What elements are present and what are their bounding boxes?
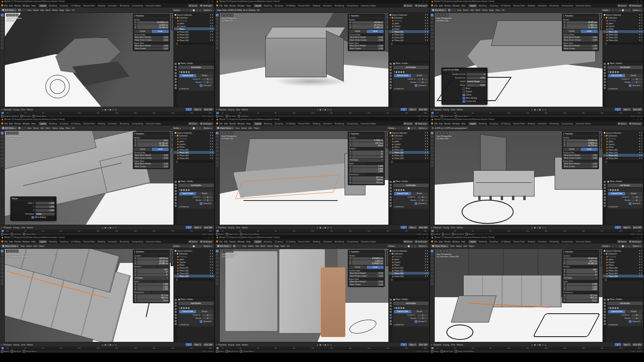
next-keyframe-button[interactable]: ▷ [328, 226, 329, 229]
workspace-tab[interactable]: Sculpting [489, 240, 500, 243]
render-properties-tab-icon[interactable] [390, 66, 392, 68]
tool-properties-tab-icon[interactable] [390, 181, 392, 183]
outliner-item[interactable]: glass [603, 258, 644, 261]
output-properties-tab-icon[interactable] [390, 187, 392, 189]
tool-measure-icon[interactable] [1, 275, 4, 278]
outliner-item[interactable]: Plane.004 [603, 39, 644, 41]
median-y-field[interactable]: Y-4.5876 cm [563, 142, 598, 145]
workspace-tab[interactable]: Compositing [346, 122, 359, 125]
advanced-section-toggle[interactable]: ▸ Advanced [394, 324, 428, 326]
workspace-tab[interactable]: Layout [254, 240, 262, 243]
jump-end-button[interactable]: » [545, 108, 546, 111]
object-properties-tab-icon[interactable] [390, 314, 392, 316]
next-keyframe-button[interactable]: ▷ [113, 108, 114, 111]
menu-item[interactable]: Edit [439, 4, 443, 7]
menu-item[interactable]: File [4, 240, 8, 243]
tool-measure-icon[interactable] [431, 39, 433, 42]
workspace-tab[interactable]: Modeling [262, 240, 273, 243]
workspace-tab[interactable]: Layout [39, 122, 47, 125]
scale-x-field[interactable]: X1.466 [563, 283, 598, 285]
snapping-icon[interactable] [12, 250, 15, 252]
workspace-tab[interactable]: Sculpting [489, 4, 500, 7]
menu-item[interactable]: UV [72, 9, 74, 11]
tool-rotate-icon[interactable] [1, 143, 4, 145]
modifier-properties-tab-icon[interactable] [390, 317, 392, 319]
workspace-tab[interactable]: Texture Paint [512, 4, 526, 7]
median-z-field[interactable]: Z-19.725 cm [563, 145, 598, 147]
outliner-item[interactable]: Layout [603, 143, 644, 145]
viewport[interactable]: User Perspective (1) Collection | Plane.… [5, 249, 173, 342]
menu-item[interactable]: Marker [242, 226, 248, 229]
workspace-tab[interactable]: Animation [537, 240, 548, 243]
menu-item[interactable]: Render [14, 4, 21, 7]
render-levels-field[interactable]: 2 [202, 81, 213, 84]
dimension-y-field[interactable]: Y98.5 cm [563, 297, 598, 299]
menu-item[interactable]: UV [502, 9, 504, 11]
mean-bevel-weight-field[interactable]: Mean Bevel Weight:0.00 [349, 36, 384, 39]
end-frame-field[interactable]: End250 [203, 226, 213, 229]
tool-knife-icon[interactable] [431, 46, 433, 49]
proportional-edit-icon[interactable] [401, 245, 403, 247]
viewlayer-selector[interactable]: ViewLayer [628, 4, 642, 7]
outliner-search[interactable] [175, 160, 214, 163]
outliner-item[interactable]: Plane.002 [174, 151, 215, 154]
pivot-point-icon[interactable] [224, 132, 227, 134]
tool-move-icon[interactable] [431, 139, 433, 142]
options-button[interactable]: Options▾ [417, 244, 428, 248]
menu-item[interactable]: UV [287, 245, 289, 247]
outliner-item[interactable]: glass [603, 22, 644, 25]
solid-shading-icon[interactable] [407, 245, 410, 248]
menu-item[interactable]: Help [461, 122, 465, 125]
sidebar-tab[interactable]: View [600, 25, 603, 30]
menu-item[interactable]: Add [255, 245, 259, 247]
tool-properties-tab-icon[interactable] [604, 181, 606, 183]
tool-cursor-icon[interactable] [216, 135, 219, 138]
median-z-field[interactable]: Z-3.1861 cm [349, 27, 384, 29]
tool-rotate-icon[interactable] [1, 25, 4, 27]
options-button[interactable]: Options▾ [417, 126, 428, 130]
location-z-field[interactable]: Z84.965 cm [134, 263, 169, 265]
workspace-tab[interactable]: Compositing [131, 240, 144, 243]
workspace-tab[interactable]: Geometry Nodes [574, 240, 592, 243]
menu-item[interactable]: Add [248, 127, 252, 129]
outliner-item[interactable]: Plane.002 [389, 269, 429, 272]
outliner-item[interactable]: Plane.004 [389, 275, 429, 277]
world-properties-tab-icon[interactable] [604, 193, 606, 195]
simple-button[interactable]: Simple [625, 74, 642, 78]
modifier-render-icon[interactable] [186, 71, 187, 73]
sidebar-tab[interactable]: View [600, 261, 603, 266]
catmull-clark-button[interactable]: Catmull-Clark [179, 192, 196, 196]
world-properties-tab-icon[interactable] [390, 311, 392, 313]
workspace-tab[interactable]: Modeling [477, 122, 488, 125]
menu-item[interactable]: Keying [13, 226, 19, 229]
end-frame-field[interactable]: End250 [418, 108, 428, 111]
menu-item[interactable]: View [236, 226, 240, 229]
modifier-properties-tab-icon[interactable] [604, 199, 606, 201]
vertex-select-icon[interactable] [18, 9, 21, 11]
tool-measure-icon[interactable] [431, 275, 433, 278]
output-properties-tab-icon[interactable] [390, 305, 392, 307]
outliner-item[interactable]: Plane.001 [603, 148, 644, 151]
face-select-icon[interactable] [24, 9, 26, 11]
proportional-icon[interactable] [231, 14, 233, 17]
modifier-visibility-icon[interactable] [181, 189, 182, 191]
scene-properties-tab-icon[interactable] [390, 308, 392, 310]
local-button[interactable]: Local [367, 266, 384, 269]
mean-vertex-crease-field[interactable]: Mean Vertex Crease:0.00 [349, 275, 384, 277]
jump-start-button[interactable]: « [317, 343, 318, 346]
levels-viewport-field[interactable]: 2 [202, 78, 213, 81]
tool-annotate-icon[interactable] [216, 271, 219, 274]
levels-viewport-field[interactable]: 2 [632, 314, 642, 316]
proportional-edit-icon[interactable] [615, 9, 617, 11]
maximize-button[interactable]: ▢ [637, 118, 638, 120]
menu-item[interactable]: File [219, 4, 223, 7]
tool-move-icon[interactable] [1, 257, 4, 260]
outliner-item[interactable]: Plane.003 [174, 36, 215, 39]
outliner-collection[interactable]: ▾Collection [389, 16, 429, 19]
tool-extrude-icon[interactable] [431, 43, 433, 46]
outliner-item[interactable]: Flooring [389, 19, 429, 22]
local-button[interactable]: Local [152, 148, 169, 151]
play-button[interactable]: ▶ [325, 226, 326, 229]
menu-item[interactable]: Render [444, 122, 451, 125]
menu-item[interactable]: Edit [224, 4, 228, 7]
